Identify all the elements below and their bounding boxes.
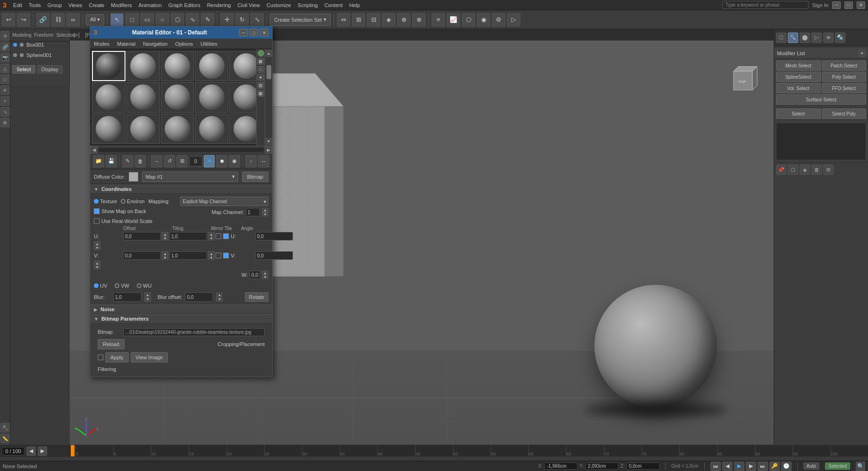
vscroll-thumb[interactable] [267,65,271,79]
goto-start-btn[interactable]: ⏮ [710,462,721,471]
mat-sphere-12[interactable] [126,114,160,144]
freeform-tab[interactable]: Freeform [34,33,54,38]
wu-tab[interactable]: WU [137,283,151,289]
motion-icon[interactable]: ▷ [811,33,822,43]
scale-btn[interactable]: ⤡ [250,13,264,26]
mat-close-btn[interactable]: ✕ [260,29,268,36]
u-tiling-down[interactable]: ▼ [209,236,214,240]
move-tool[interactable]: ✛ [0,31,10,41]
get-material-btn[interactable]: 📁 [93,155,104,167]
layer-manager-btn[interactable]: ≡ [432,13,445,26]
v-offset-up[interactable]: ▲ [162,252,168,256]
z-coord-field[interactable]: 0,0cm [626,463,659,470]
mat-menu-modes[interactable]: Modes [94,41,109,47]
v-mirror-checkbox[interactable] [216,253,221,258]
system-tool[interactable]: ⚙ [0,118,10,127]
v-offset-down[interactable]: ▼ [162,256,168,259]
link-btn[interactable]: 🔗 [36,13,50,26]
display-icon[interactable]: 👁 [823,33,834,43]
u-angle-spinner[interactable]: ▲ ▼ [94,241,100,250]
display-tab[interactable]: Display [37,65,63,74]
y-coord-field[interactable]: 2,093cm [585,463,618,470]
menu-graph-editors[interactable]: Graph Editors [168,2,200,8]
u-tiling-up[interactable]: ▲ [209,232,214,236]
apply-btn[interactable]: Apply [105,352,129,363]
w-angle-up[interactable]: ▲ [262,271,268,275]
mat-sphere-6[interactable] [92,82,125,112]
hierarchy-icon[interactable]: ⬤ [800,33,810,43]
blur-offset-spinner[interactable]: ▲ ▼ [216,292,223,302]
move-btn[interactable]: ✛ [220,13,234,26]
menu-help[interactable]: Help [349,2,360,8]
show-in-viewport-btn[interactable]: 👁 [204,155,215,167]
fence-sel-btn[interactable]: ⬡ [171,13,184,26]
u-offset-down[interactable]: ▼ [162,236,168,240]
menu-tools[interactable]: Tools [29,2,41,8]
blur-offset-field[interactable]: 0,0 [185,292,213,302]
diffuse-color-swatch[interactable] [129,172,138,182]
bind-to-space-btn[interactable]: ∞ [67,13,80,26]
geometry-tool[interactable]: △ [0,64,10,73]
material-id-field[interactable]: 0 [189,156,202,166]
u-tiling-field[interactable]: 1,0 [169,232,207,240]
mat-minimize-btn[interactable]: ─ [239,29,248,36]
select-tab[interactable]: Select [12,65,35,74]
channel-up-btn[interactable]: ▲ [262,208,268,213]
selection-filter-dropdown[interactable]: All ▾ [86,14,104,25]
v-offset-spinner[interactable]: ▲ ▼ [162,251,168,260]
render-setup-btn[interactable]: ⚙ [492,13,505,26]
blur-offset-down[interactable]: ▼ [217,297,222,301]
bitmap-params-header[interactable]: ▼ Bitmap Parameters [90,314,272,323]
circle-sel-btn[interactable]: ○ [156,13,169,26]
show-map-back-checkbox[interactable] [94,208,100,214]
link-tool[interactable]: 🔗 [0,42,10,51]
vol-select-btn[interactable]: Vol. Select [776,83,821,93]
menu-content[interactable]: Content [325,2,343,8]
channel-down-btn[interactable]: ▼ [262,213,268,216]
create-icon[interactable]: ⬡ [776,33,786,43]
close-btn[interactable]: ✕ [857,1,865,9]
mat-sphere-8[interactable] [161,82,194,112]
sign-in-btn[interactable]: Sign In [812,2,828,8]
v-angle-down[interactable]: ▼ [94,265,100,269]
assign-to-sel-btn[interactable]: → [151,155,162,167]
rect-sel-btn[interactable]: ▭ [141,13,154,26]
spacewarp-tool[interactable]: ∿ [0,107,10,116]
modeling-tab[interactable]: Modeling [12,33,32,38]
goto-end-btn[interactable]: ⏭ [758,462,768,471]
vscroll-down-btn[interactable]: ▼ [266,138,272,145]
redo-btn[interactable]: ↪ [17,13,30,26]
apply-checkbox[interactable] [98,355,103,360]
nav-cube[interactable]: TOP [724,57,762,95]
frame-counter[interactable]: 0 / 100 [2,447,25,455]
coordinates-header[interactable]: ▼ Coordinates [90,184,272,194]
spline-select-btn[interactable]: SplineSelect [776,72,821,82]
time-config-btn[interactable]: 🕐 [781,462,792,471]
frame-next-btn[interactable]: ▶ [38,446,47,456]
blur-offset-up[interactable]: ▲ [217,293,222,297]
u-tile-checkbox[interactable] [223,233,229,239]
menu-animation[interactable]: Animation [139,2,162,8]
v-angle-up[interactable]: ▲ [94,261,100,265]
search-status-btn[interactable]: 🔍 [856,462,865,471]
select-poly-btn[interactable]: Select Poly [822,108,867,119]
make-unique-icon[interactable]: ◈ [800,165,810,175]
shape-tool[interactable]: □ [0,74,10,84]
go-to-sibling-btn[interactable]: ↔ [258,155,269,167]
w-angle-field[interactable]: 0,0 [250,271,260,279]
align-btn[interactable]: ⊞ [352,13,365,26]
rotate-btn[interactable]: Rotate [245,292,268,302]
select-btn[interactable]: Select [776,108,821,119]
select-by-name-btn[interactable]: □ [125,13,139,26]
mat-sphere-4[interactable] [195,51,228,81]
reset-map-btn[interactable]: ↺ [164,155,175,167]
v-tiling-up[interactable]: ▲ [209,252,214,256]
mat-select-preview-icon[interactable]: ● [258,74,264,81]
configure-modifier-icon[interactable]: ⚙ [823,165,834,175]
mat-animation-icon[interactable]: ▦ [258,90,264,97]
mat-sphere-14[interactable] [195,114,228,144]
show-map-btn[interactable]: ◉ [229,155,240,167]
utilities-icon[interactable]: 🔩 [835,33,845,43]
prev-frame-btn[interactable]: ◀ [722,462,733,471]
vscroll-up-btn[interactable]: ▲ [266,50,272,57]
